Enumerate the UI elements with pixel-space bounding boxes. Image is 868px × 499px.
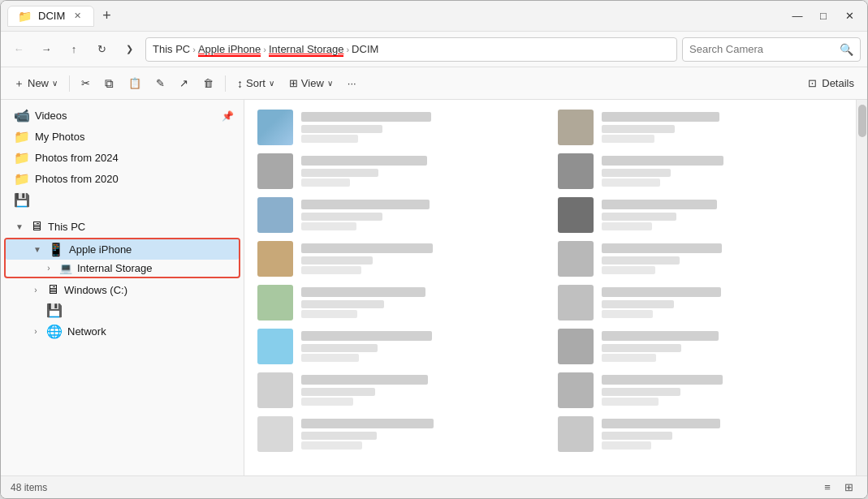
more-button[interactable]: ··· xyxy=(341,71,363,96)
file-item-8[interactable] xyxy=(551,238,850,280)
breadcrumb-apple-iphone[interactable]: Apple iPhone xyxy=(198,43,261,55)
copy-button[interactable]: ⧉ xyxy=(98,71,120,96)
breadcrumb-internal-storage[interactable]: Internal Storage xyxy=(269,43,344,55)
file-size-4 xyxy=(602,179,660,187)
file-item-13[interactable] xyxy=(251,369,550,411)
folder-icon-2024: 📁 xyxy=(14,150,30,166)
sidebar-item-sd2[interactable]: 💾 xyxy=(4,300,240,320)
sidebar-label-photos-2020: Photos from 2020 xyxy=(35,173,234,185)
up-button[interactable]: ↑ xyxy=(63,38,85,61)
iphone-icon: 📱 xyxy=(48,242,64,257)
scrollbar[interactable] xyxy=(856,100,867,475)
storage-icon: 💻 xyxy=(59,262,72,274)
file-item-2[interactable] xyxy=(551,106,850,148)
close-button[interactable]: ✕ xyxy=(838,5,861,28)
sidebar-item-windows-c[interactable]: › 🖥 Windows (C:) xyxy=(4,280,240,299)
file-thumb-1 xyxy=(257,110,293,145)
sidebar-label-my-photos: My Photos xyxy=(35,131,234,143)
file-item-15[interactable] xyxy=(251,413,550,455)
sort-button[interactable]: ↕ Sort ∨ xyxy=(231,71,281,96)
maximize-button[interactable]: □ xyxy=(812,5,835,28)
file-size-15 xyxy=(301,441,362,450)
breadcrumb-bar[interactable]: This PC › Apple iPhone › Internal Storag… xyxy=(145,37,677,62)
view-icon: ⊞ xyxy=(289,77,298,89)
toolbar: ＋ New ∨ ✂ ⧉ 📋 ✎ ↗ 🗑 ↕ Sort ∨ ⊞ xyxy=(1,67,867,100)
new-tab-button[interactable]: + xyxy=(97,6,116,26)
scrollbar-thumb[interactable] xyxy=(858,105,866,137)
file-thumb-3 xyxy=(257,153,293,189)
file-meta-12 xyxy=(602,344,681,352)
file-item-4[interactable] xyxy=(551,150,850,192)
file-item-16[interactable] xyxy=(551,413,850,455)
cut-button[interactable]: ✂ xyxy=(75,71,97,96)
sidebar-spacer xyxy=(1,211,244,216)
share-button[interactable]: ↗ xyxy=(173,71,195,96)
sidebar-item-videos[interactable]: 📹 Videos 📌 xyxy=(4,105,240,126)
grid-view-button[interactable]: ⊞ xyxy=(840,479,857,497)
forward-button[interactable]: → xyxy=(35,38,58,61)
file-item-14[interactable] xyxy=(551,369,850,411)
sidebar-item-sd-card[interactable]: 💾 xyxy=(4,190,240,210)
back-button[interactable]: ← xyxy=(7,38,30,61)
file-name-5 xyxy=(301,200,430,209)
video-icon: 📹 xyxy=(14,108,30,123)
sidebar-item-apple-iphone[interactable]: ▼ 📱 Apple iPhone xyxy=(6,239,239,260)
file-item-12[interactable] xyxy=(551,325,850,368)
new-arrow: ∨ xyxy=(52,79,58,88)
file-item-9[interactable] xyxy=(251,282,550,324)
file-item-7[interactable] xyxy=(251,238,550,280)
file-info-15 xyxy=(301,419,543,450)
file-meta-5 xyxy=(301,213,382,221)
paste-button[interactable]: 📋 xyxy=(122,71,148,96)
list-view-button[interactable]: ≡ xyxy=(818,479,836,497)
file-name-9 xyxy=(301,287,425,297)
expand-button[interactable]: ❯ xyxy=(118,38,140,61)
file-thumb-10 xyxy=(558,285,594,320)
minimize-button[interactable]: — xyxy=(786,5,809,28)
file-thumb-15 xyxy=(257,416,293,452)
file-size-12 xyxy=(602,354,656,362)
search-box[interactable]: 🔍 xyxy=(682,37,861,62)
title-bar: 📁 DCIM ✕ + — □ ✕ xyxy=(1,1,867,32)
new-button[interactable]: ＋ New ∨ xyxy=(7,71,64,96)
file-name-3 xyxy=(301,156,427,166)
copy-icon: ⧉ xyxy=(105,76,114,91)
breadcrumb-this-pc[interactable]: This PC xyxy=(153,43,190,55)
sidebar-item-network[interactable]: › 🌐 Network xyxy=(4,321,240,342)
file-meta-1 xyxy=(301,125,382,133)
sidebar-item-this-pc[interactable]: ▼ 🖥 This PC xyxy=(4,217,240,236)
file-info-1 xyxy=(301,112,543,143)
file-info-3 xyxy=(301,156,543,187)
windows-icon: 🖥 xyxy=(46,282,59,297)
delete-button[interactable]: 🗑 xyxy=(196,71,220,96)
file-item-6[interactable] xyxy=(551,194,850,236)
sidebar-item-photos-2020[interactable]: 📁 Photos from 2020 xyxy=(4,169,240,189)
file-thumb-16 xyxy=(558,416,594,452)
file-item-10[interactable] xyxy=(551,282,850,324)
folder-icon-2020: 📁 xyxy=(14,171,30,187)
file-meta-7 xyxy=(301,256,373,265)
file-item-1[interactable] xyxy=(251,106,550,148)
tab-dcim[interactable]: 📁 DCIM ✕ xyxy=(7,6,94,27)
sidebar-item-photos-2024[interactable]: 📁 Photos from 2024 xyxy=(4,148,240,168)
file-meta-2 xyxy=(602,125,675,133)
file-meta-14 xyxy=(602,388,680,396)
details-button[interactable]: ⊡ Details xyxy=(801,74,861,92)
file-size-2 xyxy=(602,135,654,143)
view-icons: ≡ ⊞ xyxy=(818,479,857,497)
search-input[interactable] xyxy=(689,43,835,55)
sidebar-item-my-photos[interactable]: 📁 My Photos xyxy=(4,127,240,147)
sort-arrow: ∨ xyxy=(269,79,274,88)
refresh-button[interactable]: ↻ xyxy=(90,38,113,61)
file-item-5[interactable] xyxy=(251,194,550,236)
tab-close-button[interactable]: ✕ xyxy=(71,10,84,22)
file-meta-11 xyxy=(301,344,378,352)
breadcrumb-dcim[interactable]: DCIM xyxy=(352,43,378,55)
file-item-3[interactable] xyxy=(251,150,550,192)
view-button[interactable]: ⊞ View ∨ xyxy=(283,71,339,96)
chevron-windows: › xyxy=(30,286,41,295)
file-meta-16 xyxy=(602,432,672,440)
rename-button[interactable]: ✎ xyxy=(149,71,171,96)
file-item-11[interactable] xyxy=(251,325,550,368)
sidebar-item-internal-storage[interactable]: › 💻 Internal Storage xyxy=(6,260,239,277)
